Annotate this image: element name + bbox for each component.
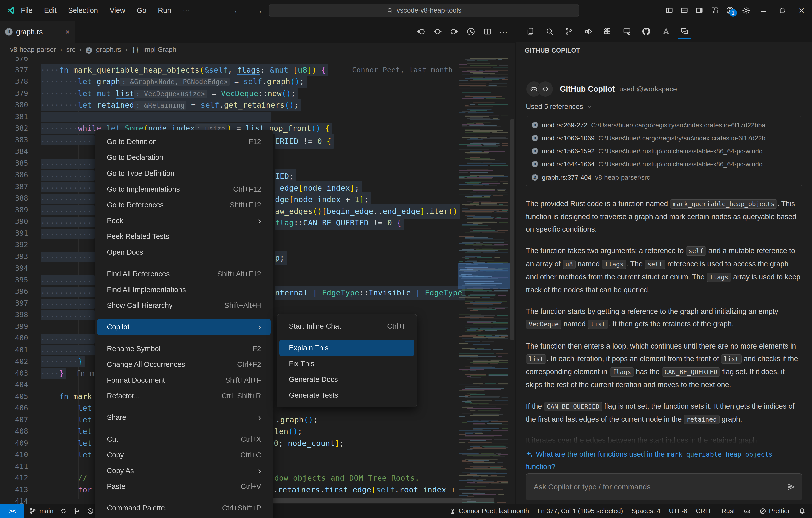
chat-input[interactable] [526,483,787,491]
submenu-item-generate-tests[interactable]: Generate Tests [280,387,414,403]
context-menu-item-find-all-implementations[interactable]: Find All Implementations [97,282,271,298]
account-icon[interactable]: 1 [726,6,734,15]
nav-back-icon[interactable] [416,27,426,36]
close-button[interactable]: × [796,0,808,21]
code-line[interactable]: 378········let graph: &Graph<Node, PGNod… [0,76,515,87]
context-menu-item-peek-related-tests[interactable]: Peek Related Tests [97,229,271,244]
indentation-status[interactable]: Spaces: 4 [632,507,661,515]
title-bar: FileEditSelectionViewGoRun··· ← → vscode… [0,0,812,21]
code-line[interactable]: 380········let retained: &Retaining = se… [0,99,515,111]
code-line[interactable]: 377····fn mark_queriable_heap_objects(&s… [0,64,515,76]
breadcrumb-item[interactable]: graph.rs [96,46,121,54]
source-control-graph-status[interactable] [74,508,81,515]
toggle-primary-sidebar-icon[interactable] [666,6,673,14]
breadcrumb-item[interactable]: impl Graph [143,46,176,54]
toggle-panel-icon[interactable] [681,6,688,14]
copilot-chat-icon[interactable] [679,24,690,39]
azure-icon[interactable] [660,24,671,39]
menubar-more-icon[interactable]: ··· [177,3,196,18]
menubar-item-view[interactable]: View [104,3,131,18]
context-menu-item-open-docs[interactable]: Open Docs [97,244,271,260]
vertical-scrollbar[interactable] [510,119,514,340]
remote-explorer-icon[interactable] [621,24,632,39]
command-center-search[interactable]: vscode-v8-heap-tools [269,3,579,17]
context-menu-item-copy-as[interactable]: Copy As› [97,463,271,479]
context-menu-item-show-call-hierarchy[interactable]: Show Call HierarchyShift+Alt+H [97,298,271,313]
nav-back-arrow[interactable]: ← [233,5,242,16]
run-or-debug-icon[interactable] [466,27,476,36]
settings-gear-icon[interactable] [742,6,750,15]
reference-item[interactable]: Rmod.rs:1066-1069C:\Users\huer\.cargo\re… [526,132,802,145]
code-line[interactable]: 376 [0,57,515,64]
context-menu-item-copy[interactable]: CopyCtrl+C [97,447,271,463]
submenu-item-explain-this[interactable]: Explain This [280,340,414,356]
menubar-item-run[interactable]: Run [152,3,177,18]
context-menu-item-command-palette-[interactable]: Command Palette...Ctrl+Shift+P [97,500,271,516]
reference-item[interactable]: Rmod.rs:1566-1592C:\Users\huer\.rustup\t… [526,145,802,158]
remote-indicator[interactable]: >< [0,504,24,518]
run-debug-icon[interactable] [583,24,594,39]
context-menu-item-refactor-[interactable]: Refactor...Ctrl+Shift+R [97,388,271,404]
menubar-item-go[interactable]: Go [131,3,152,18]
nav-forward-icon[interactable] [450,27,459,36]
problems-status[interactable] [87,508,94,515]
tab-graph-rs[interactable]: R graph.rs × [0,21,75,43]
toggle-secondary-sidebar-icon[interactable] [696,6,703,14]
copilot-status[interactable] [743,508,751,515]
github-icon[interactable] [641,24,651,39]
used-references-toggle[interactable]: Used 5 references [526,102,802,112]
language-mode-status[interactable]: Rust [722,507,735,515]
sync-status[interactable] [60,508,67,515]
followup-suggestion[interactable]: What are the other functions used in the… [526,448,802,473]
context-menu-item-peek[interactable]: Peek› [97,213,271,229]
context-menu-item-go-to-implementations[interactable]: Go to ImplementationsCtrl+F12 [97,181,271,197]
context-menu-item-rename-symbol[interactable]: Rename SymbolF2 [97,341,271,357]
line-number: 393 [0,251,28,263]
menubar-item-selection[interactable]: Selection [62,3,104,18]
prettier-status[interactable]: Prettier [759,507,790,515]
more-actions-icon[interactable]: ··· [499,27,508,36]
submenu-item-start-inline-chat[interactable]: Start Inline ChatCtrl+I [280,319,414,334]
context-menu-item-format-document[interactable]: Format DocumentShift+Alt+F [97,372,271,388]
extensions-icon[interactable] [602,24,613,39]
code-line[interactable]: 379········let mut list: VecDeque<usize>… [0,87,515,99]
context-menu-item-find-all-references[interactable]: Find All ReferencesShift+Alt+F12 [97,266,271,282]
restore-button[interactable] [777,0,788,21]
reference-item[interactable]: Rmod.rs:269-272C:\Users\huer\.cargo\regi… [526,118,802,132]
breadcrumb-item[interactable]: src [66,46,75,54]
code-token: // [78,473,87,482]
send-icon[interactable] [787,483,795,491]
submenu-item-fix-this[interactable]: Fix This [280,356,414,372]
source-control-icon[interactable] [563,24,574,39]
submenu-item-generate-docs[interactable]: Generate Docs [280,372,414,387]
context-menu-item-change-all-occurrences[interactable]: Change All OccurrencesCtrl+F2 [97,357,271,372]
context-menu-item-share[interactable]: Share› [97,410,271,426]
context-menu-item-copilot[interactable]: Copilot› [97,319,271,335]
tab-close-icon[interactable]: × [65,27,70,36]
encoding-status[interactable]: UTF-8 [669,507,688,515]
eol-status[interactable]: CRLF [696,507,713,515]
menubar-item-file[interactable]: File [15,3,38,18]
nav-forward-arrow[interactable]: → [254,5,263,16]
context-menu-item-go-to-references[interactable]: Go to ReferencesShift+F12 [97,197,271,213]
reference-item[interactable]: Rgraph.rs:377-404v8-heap-parser\src [526,171,802,184]
explorer-icon[interactable] [525,24,536,39]
split-editor-icon[interactable] [483,27,492,36]
context-menu-item-paste[interactable]: PasteCtrl+V [97,479,271,494]
cursor-position-status[interactable]: Ln 377, Col 1 (1095 selected) [537,507,623,515]
customize-layout-icon[interactable] [711,6,718,14]
minimize-button[interactable]: – [758,0,770,21]
reference-item[interactable]: Rmod.rs:1644-1664C:\Users\huer\.rustup\t… [526,158,802,171]
context-menu-item-go-to-declaration[interactable]: Go to Declaration [97,150,271,165]
breadcrumb-item[interactable]: v8-heap-parser [10,46,56,54]
context-menu-item-go-to-definition[interactable]: Go to DefinitionF12 [97,134,271,150]
search-icon[interactable] [544,24,555,39]
context-menu-item-cut[interactable]: CutCtrl+X [97,431,271,447]
code-line[interactable]: 381 [0,111,515,122]
context-menu-item-go-to-type-definition[interactable]: Go to Type Definition [97,165,271,181]
menubar-item-edit[interactable]: Edit [38,3,62,18]
blame-status[interactable]: Connor Peet, last month [449,507,529,515]
nav-location-icon[interactable] [433,27,442,36]
notifications-bell[interactable] [799,508,806,515]
git-branch-status[interactable]: main [28,507,53,516]
